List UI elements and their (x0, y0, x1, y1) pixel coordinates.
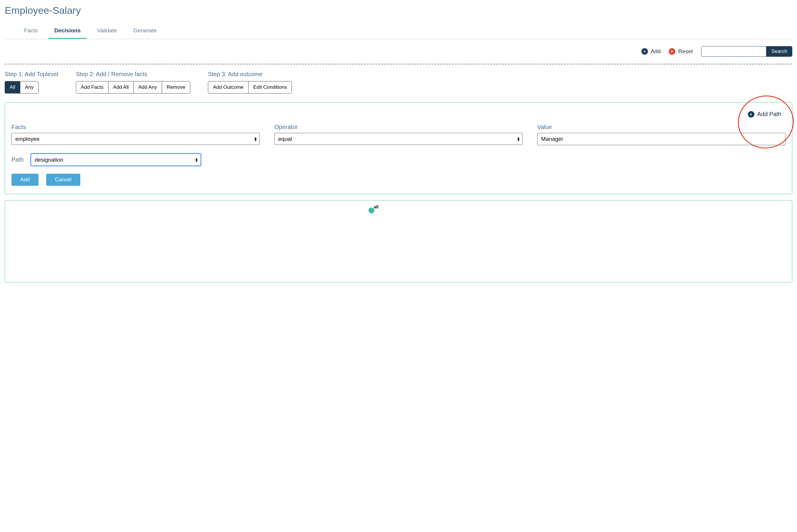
step-1-label: Step 1: Add Toplevel (5, 71, 58, 78)
plus-icon: + (642, 48, 648, 55)
tab-facts[interactable]: Facts (18, 24, 43, 39)
tab-decisions[interactable]: Decisions (48, 24, 87, 39)
editor-actions: Add Cancel (12, 174, 785, 186)
add-path-link[interactable]: + Add Path (748, 111, 781, 118)
value-field: Value (537, 124, 785, 145)
value-input[interactable] (537, 133, 785, 145)
step-2-label: Step 2: Add / Remove facts (76, 71, 190, 78)
step-3: Step 3: Add outcome Add Outcome Edit Con… (208, 71, 292, 93)
condition-editor: + Add Path Facts employee ▲▼ Operator eq… (5, 102, 792, 194)
facts-label: Facts (12, 124, 260, 131)
facts-group: Add Facts Add All Add Any Remove (76, 81, 190, 93)
remove-button[interactable]: Remove (162, 81, 190, 93)
facts-select[interactable]: employee (12, 133, 260, 145)
step-2: Step 2: Add / Remove facts Add Facts Add… (76, 71, 190, 93)
cancel-button[interactable]: Cancel (46, 174, 80, 186)
toplevel-any-button[interactable]: Any (20, 81, 38, 93)
reset-link[interactable]: ✕ Reset (669, 48, 693, 55)
graph-root-node[interactable]: all (369, 208, 378, 213)
operator-field: Operator equal ▲▼ (274, 124, 523, 145)
add-all-button[interactable]: Add All (108, 81, 133, 93)
close-icon: ✕ (669, 48, 675, 55)
step-3-label: Step 3: Add outcome (208, 71, 292, 78)
facts-field: Facts employee ▲▼ (12, 124, 260, 145)
node-label: all (374, 205, 378, 209)
step-1: Step 1: Add Toplevel All Any (5, 71, 58, 93)
add-path-label: Add Path (757, 111, 781, 118)
add-facts-button[interactable]: Add Facts (76, 81, 108, 93)
add-label: Add (651, 48, 661, 55)
steps-row: Step 1: Add Toplevel All Any Step 2: Add… (5, 71, 792, 93)
graph-panel: all (5, 200, 792, 283)
path-row: Path designation ▲▼ (12, 153, 785, 166)
toolbar: + Add ✕ Reset Search (5, 39, 792, 62)
page-title: Employee-Salary (5, 5, 792, 16)
search-box: Search (701, 46, 792, 57)
outcome-group: Add Outcome Edit Conditions (208, 81, 292, 93)
reset-label: Reset (678, 48, 693, 55)
edit-conditions-button[interactable]: Edit Conditions (248, 81, 292, 93)
path-select[interactable]: designation (31, 154, 201, 166)
search-input[interactable] (701, 46, 766, 56)
operator-label: Operator (274, 124, 523, 131)
tab-generate[interactable]: Generate (127, 24, 162, 39)
tab-validate[interactable]: Validate (91, 24, 123, 39)
add-outcome-button[interactable]: Add Outcome (208, 81, 248, 93)
tabs: Facts Decisions Validate Generate (5, 24, 792, 39)
toplevel-group: All Any (5, 81, 39, 93)
node-dot-icon (369, 208, 374, 213)
search-button[interactable]: Search (766, 46, 792, 56)
plus-icon: + (748, 111, 754, 118)
add-any-button[interactable]: Add Any (133, 81, 162, 93)
add-link[interactable]: + Add (642, 48, 661, 55)
toplevel-all-button[interactable]: All (5, 81, 20, 93)
add-button[interactable]: Add (12, 174, 39, 186)
value-label: Value (537, 124, 785, 131)
divider (5, 64, 792, 64)
path-label: Path (12, 156, 23, 163)
operator-select[interactable]: equal (274, 133, 523, 145)
